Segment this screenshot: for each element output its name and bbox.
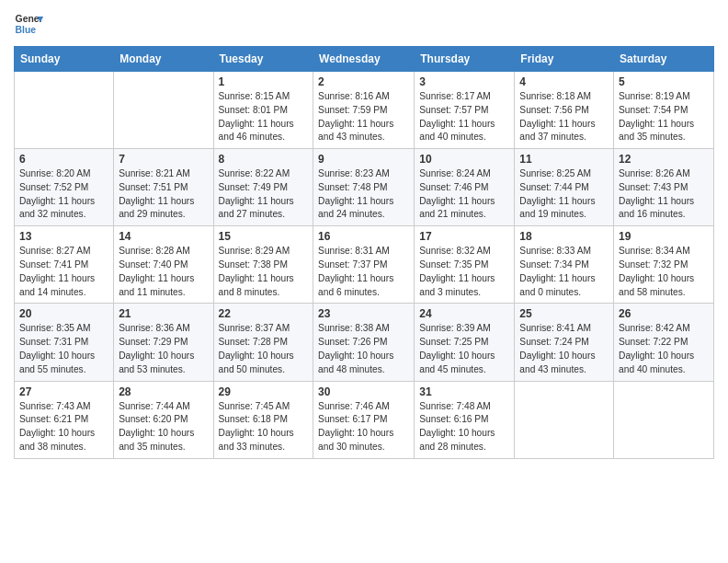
day-number: 2 xyxy=(318,75,409,88)
calendar-header-friday: Friday xyxy=(515,47,614,72)
calendar-cell: 6Sunrise: 8:20 AMSunset: 7:52 PMDaylight… xyxy=(15,149,114,226)
day-number: 20 xyxy=(19,307,108,320)
day-number: 6 xyxy=(19,153,108,166)
svg-text:Blue: Blue xyxy=(16,25,37,35)
day-info: Sunrise: 8:22 AMSunset: 7:49 PMDaylight:… xyxy=(219,167,309,222)
calendar-cell: 27Sunrise: 7:43 AMSunset: 6:21 PMDayligh… xyxy=(15,381,114,458)
day-info: Sunrise: 8:28 AMSunset: 7:40 PMDaylight:… xyxy=(119,245,208,299)
day-info: Sunrise: 8:15 AMSunset: 8:01 PMDaylight:… xyxy=(219,90,309,144)
day-info: Sunrise: 8:19 AMSunset: 7:54 PMDaylight:… xyxy=(619,90,709,144)
calendar-week-row: 1Sunrise: 8:15 AMSunset: 8:01 PMDaylight… xyxy=(15,72,714,149)
calendar-cell: 30Sunrise: 7:46 AMSunset: 6:17 PMDayligh… xyxy=(313,381,415,458)
calendar-cell: 3Sunrise: 8:17 AMSunset: 7:57 PMDaylight… xyxy=(415,72,515,149)
day-number: 15 xyxy=(219,230,309,243)
day-info: Sunrise: 8:34 AMSunset: 7:32 PMDaylight:… xyxy=(619,245,709,299)
day-number: 27 xyxy=(19,385,108,398)
day-number: 25 xyxy=(519,307,609,320)
calendar-table: SundayMondayTuesdayWednesdayThursdayFrid… xyxy=(14,46,714,459)
day-info: Sunrise: 8:25 AMSunset: 7:44 PMDaylight:… xyxy=(519,167,609,222)
calendar-cell: 23Sunrise: 8:38 AMSunset: 7:26 PMDayligh… xyxy=(313,304,415,381)
calendar-cell: 25Sunrise: 8:41 AMSunset: 7:24 PMDayligh… xyxy=(515,304,614,381)
day-number: 29 xyxy=(219,385,309,398)
calendar-week-row: 27Sunrise: 7:43 AMSunset: 6:21 PMDayligh… xyxy=(15,381,714,458)
calendar-cell: 13Sunrise: 8:27 AMSunset: 7:41 PMDayligh… xyxy=(15,226,114,304)
day-info: Sunrise: 8:32 AMSunset: 7:35 PMDaylight:… xyxy=(419,245,509,299)
day-number: 7 xyxy=(119,153,208,166)
calendar-cell: 18Sunrise: 8:33 AMSunset: 7:34 PMDayligh… xyxy=(515,226,614,304)
calendar-cell: 20Sunrise: 8:35 AMSunset: 7:31 PMDayligh… xyxy=(15,304,114,381)
calendar-cell xyxy=(15,72,114,149)
day-number: 26 xyxy=(619,307,709,320)
day-info: Sunrise: 8:31 AMSunset: 7:37 PMDaylight:… xyxy=(318,245,409,299)
day-number: 1 xyxy=(219,75,309,88)
day-info: Sunrise: 7:48 AMSunset: 6:16 PMDaylight:… xyxy=(419,400,509,454)
calendar-cell: 11Sunrise: 8:25 AMSunset: 7:44 PMDayligh… xyxy=(515,149,614,226)
day-number: 8 xyxy=(219,153,309,166)
calendar-cell xyxy=(614,381,714,458)
day-number: 24 xyxy=(419,307,509,320)
calendar-week-row: 6Sunrise: 8:20 AMSunset: 7:52 PMDaylight… xyxy=(15,149,714,226)
day-info: Sunrise: 8:21 AMSunset: 7:51 PMDaylight:… xyxy=(119,167,208,222)
calendar-header-row: SundayMondayTuesdayWednesdayThursdayFrid… xyxy=(15,47,714,72)
day-info: Sunrise: 7:46 AMSunset: 6:17 PMDaylight:… xyxy=(318,400,409,454)
day-number: 3 xyxy=(419,75,509,88)
calendar-cell: 17Sunrise: 8:32 AMSunset: 7:35 PMDayligh… xyxy=(415,226,515,304)
day-number: 21 xyxy=(119,307,208,320)
day-info: Sunrise: 8:36 AMSunset: 7:29 PMDaylight:… xyxy=(119,322,208,376)
day-number: 18 xyxy=(519,230,609,243)
day-info: Sunrise: 8:24 AMSunset: 7:46 PMDaylight:… xyxy=(419,167,509,222)
calendar-cell: 2Sunrise: 8:16 AMSunset: 7:59 PMDaylight… xyxy=(313,72,415,149)
day-number: 31 xyxy=(419,385,509,398)
day-info: Sunrise: 7:44 AMSunset: 6:20 PMDaylight:… xyxy=(119,400,208,454)
calendar-cell: 10Sunrise: 8:24 AMSunset: 7:46 PMDayligh… xyxy=(415,149,515,226)
calendar-cell: 15Sunrise: 8:29 AMSunset: 7:38 PMDayligh… xyxy=(213,226,313,304)
calendar-header-monday: Monday xyxy=(114,47,213,72)
day-number: 5 xyxy=(619,75,709,88)
day-info: Sunrise: 8:37 AMSunset: 7:28 PMDaylight:… xyxy=(219,322,309,376)
day-info: Sunrise: 8:17 AMSunset: 7:57 PMDaylight:… xyxy=(419,90,509,144)
calendar-cell: 26Sunrise: 8:42 AMSunset: 7:22 PMDayligh… xyxy=(614,304,714,381)
calendar-cell: 24Sunrise: 8:39 AMSunset: 7:25 PMDayligh… xyxy=(415,304,515,381)
day-info: Sunrise: 8:29 AMSunset: 7:38 PMDaylight:… xyxy=(219,245,309,299)
calendar-cell xyxy=(114,72,213,149)
calendar-container: General Blue SundayMondayTuesdayWednesda… xyxy=(0,0,728,473)
calendar-header-sunday: Sunday xyxy=(15,47,114,72)
day-info: Sunrise: 8:35 AMSunset: 7:31 PMDaylight:… xyxy=(19,322,108,376)
calendar-cell: 8Sunrise: 8:22 AMSunset: 7:49 PMDaylight… xyxy=(213,149,313,226)
day-number: 17 xyxy=(419,230,509,243)
day-info: Sunrise: 8:26 AMSunset: 7:43 PMDaylight:… xyxy=(619,167,709,222)
day-number: 14 xyxy=(119,230,208,243)
day-number: 23 xyxy=(318,307,409,320)
logo: General Blue xyxy=(14,9,43,39)
calendar-cell: 19Sunrise: 8:34 AMSunset: 7:32 PMDayligh… xyxy=(614,226,714,304)
day-info: Sunrise: 7:45 AMSunset: 6:18 PMDaylight:… xyxy=(219,400,309,454)
calendar-week-row: 13Sunrise: 8:27 AMSunset: 7:41 PMDayligh… xyxy=(15,226,714,304)
day-info: Sunrise: 8:18 AMSunset: 7:56 PMDaylight:… xyxy=(519,90,609,144)
calendar-cell: 4Sunrise: 8:18 AMSunset: 7:56 PMDaylight… xyxy=(515,72,614,149)
day-info: Sunrise: 8:20 AMSunset: 7:52 PMDaylight:… xyxy=(19,167,108,222)
calendar-cell: 1Sunrise: 8:15 AMSunset: 8:01 PMDaylight… xyxy=(213,72,313,149)
day-number: 30 xyxy=(318,385,409,398)
calendar-cell: 28Sunrise: 7:44 AMSunset: 6:20 PMDayligh… xyxy=(114,381,213,458)
header: General Blue xyxy=(14,9,714,39)
calendar-header-saturday: Saturday xyxy=(614,47,714,72)
day-number: 13 xyxy=(19,230,108,243)
day-info: Sunrise: 7:43 AMSunset: 6:21 PMDaylight:… xyxy=(19,400,108,454)
calendar-cell: 29Sunrise: 7:45 AMSunset: 6:18 PMDayligh… xyxy=(213,381,313,458)
day-info: Sunrise: 8:42 AMSunset: 7:22 PMDaylight:… xyxy=(619,322,709,376)
day-number: 22 xyxy=(219,307,309,320)
day-number: 4 xyxy=(519,75,609,88)
day-number: 16 xyxy=(318,230,409,243)
logo-icon: General Blue xyxy=(14,9,43,39)
day-number: 10 xyxy=(419,153,509,166)
day-number: 9 xyxy=(318,153,409,166)
day-number: 11 xyxy=(519,153,609,166)
day-number: 19 xyxy=(619,230,709,243)
day-number: 12 xyxy=(619,153,709,166)
day-info: Sunrise: 8:41 AMSunset: 7:24 PMDaylight:… xyxy=(519,322,609,376)
calendar-cell: 31Sunrise: 7:48 AMSunset: 6:16 PMDayligh… xyxy=(415,381,515,458)
day-info: Sunrise: 8:38 AMSunset: 7:26 PMDaylight:… xyxy=(318,322,409,376)
calendar-header-wednesday: Wednesday xyxy=(313,47,415,72)
day-info: Sunrise: 8:39 AMSunset: 7:25 PMDaylight:… xyxy=(419,322,509,376)
calendar-cell: 14Sunrise: 8:28 AMSunset: 7:40 PMDayligh… xyxy=(114,226,213,304)
